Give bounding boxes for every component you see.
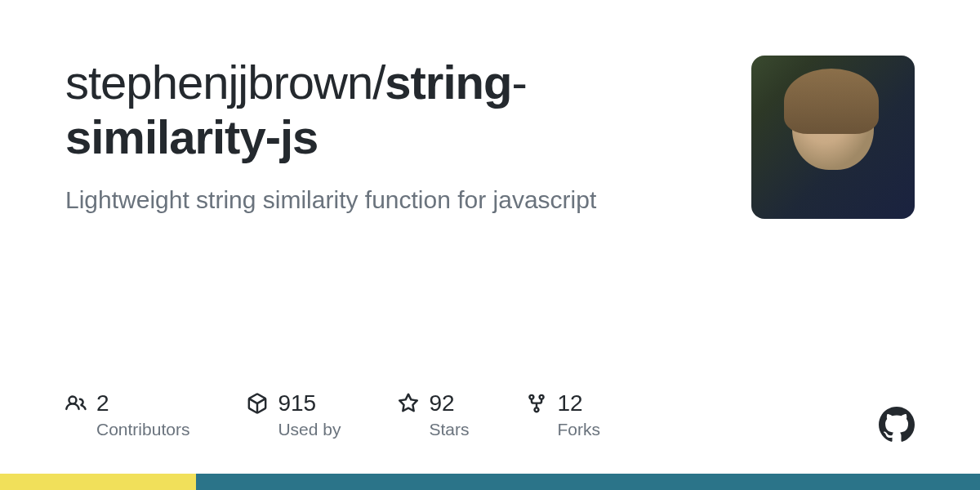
stat-label: Contributors bbox=[96, 420, 189, 439]
stat-value: 2 bbox=[96, 390, 109, 416]
language-bar bbox=[0, 474, 980, 490]
stat-contributors: 2 Contributors bbox=[65, 390, 189, 439]
repo-owner: stephenjjbrown bbox=[65, 56, 372, 109]
repo-description: Lightweight string similarity function f… bbox=[65, 184, 719, 216]
stat-value: 12 bbox=[557, 390, 582, 416]
stat-stars: 92 Stars bbox=[398, 390, 469, 439]
star-icon bbox=[398, 393, 419, 414]
repo-info: stephenjjbrown/string-similarity-js Ligh… bbox=[65, 56, 719, 216]
people-icon bbox=[65, 393, 87, 414]
stat-value: 915 bbox=[278, 390, 316, 416]
repo-header: stephenjjbrown/string-similarity-js Ligh… bbox=[0, 0, 980, 219]
repo-title: stephenjjbrown/string-similarity-js bbox=[65, 56, 719, 164]
repo-name-dash: - bbox=[511, 56, 526, 109]
repo-name-part1: string bbox=[385, 56, 511, 109]
repo-separator: / bbox=[372, 56, 385, 109]
stat-label: Used by bbox=[278, 420, 341, 439]
stat-value: 92 bbox=[429, 390, 454, 416]
repo-stats: 2 Contributors 915 Used by 92 Stars 12 F… bbox=[65, 390, 600, 439]
github-logo-icon bbox=[879, 407, 915, 443]
language-segment bbox=[0, 474, 196, 490]
package-icon bbox=[247, 393, 268, 414]
fork-icon bbox=[526, 393, 547, 414]
repo-name-part2: similarity-js bbox=[65, 110, 318, 163]
stat-forks: 12 Forks bbox=[526, 390, 600, 439]
avatar bbox=[751, 56, 915, 219]
stat-label: Forks bbox=[557, 420, 600, 439]
stat-label: Stars bbox=[429, 420, 469, 439]
stat-used-by: 915 Used by bbox=[247, 390, 341, 439]
language-segment bbox=[196, 474, 980, 490]
